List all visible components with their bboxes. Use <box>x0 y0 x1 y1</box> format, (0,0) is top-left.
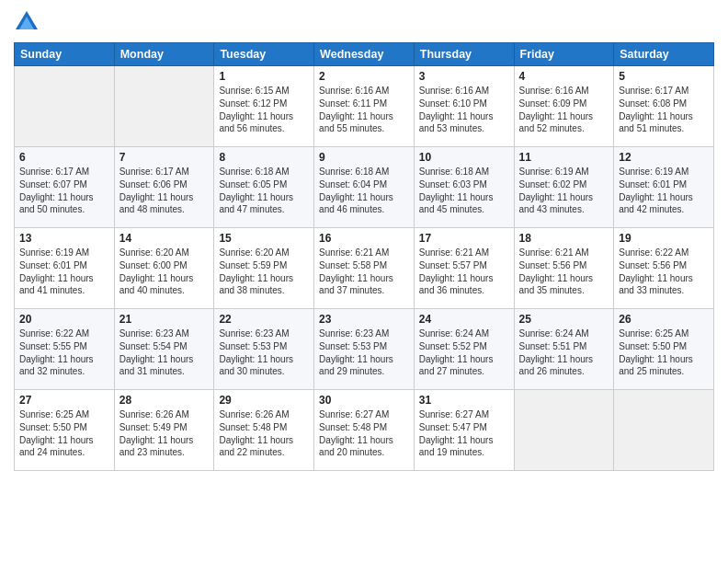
day-number: 12 <box>619 151 709 164</box>
day-number: 9 <box>319 151 409 164</box>
logo <box>14 9 43 35</box>
calendar-cell: 19Sunrise: 6:22 AM Sunset: 5:56 PM Dayli… <box>614 228 714 309</box>
calendar-cell: 14Sunrise: 6:20 AM Sunset: 6:00 PM Dayli… <box>114 228 214 309</box>
weekday-header-wednesday: Wednesday <box>314 43 415 66</box>
day-info: Sunrise: 6:17 AM Sunset: 6:08 PM Dayligh… <box>619 85 709 135</box>
day-number: 8 <box>219 151 309 164</box>
calendar-cell <box>514 390 614 471</box>
day-info: Sunrise: 6:16 AM Sunset: 6:10 PM Dayligh… <box>419 85 509 135</box>
calendar-cell: 26Sunrise: 6:25 AM Sunset: 5:50 PM Dayli… <box>614 309 714 390</box>
day-number: 25 <box>519 313 609 326</box>
calendar-table: SundayMondayTuesdayWednesdayThursdayFrid… <box>14 42 714 471</box>
day-info: Sunrise: 6:20 AM Sunset: 6:00 PM Dayligh… <box>119 247 210 297</box>
weekday-header-thursday: Thursday <box>414 43 514 66</box>
calendar-cell: 18Sunrise: 6:21 AM Sunset: 5:56 PM Dayli… <box>514 228 614 309</box>
day-info: Sunrise: 6:17 AM Sunset: 6:06 PM Dayligh… <box>119 166 210 216</box>
calendar-cell: 21Sunrise: 6:23 AM Sunset: 5:54 PM Dayli… <box>114 309 214 390</box>
day-number: 3 <box>419 70 509 83</box>
calendar-cell: 5Sunrise: 6:17 AM Sunset: 6:08 PM Daylig… <box>614 66 714 147</box>
day-info: Sunrise: 6:19 AM Sunset: 6:02 PM Dayligh… <box>519 166 609 216</box>
day-info: Sunrise: 6:19 AM Sunset: 6:01 PM Dayligh… <box>19 247 109 297</box>
day-info: Sunrise: 6:26 AM Sunset: 5:49 PM Dayligh… <box>119 408 210 459</box>
week-row-4: 20Sunrise: 6:22 AM Sunset: 5:55 PM Dayli… <box>15 309 714 390</box>
day-number: 31 <box>419 394 509 407</box>
calendar-cell: 13Sunrise: 6:19 AM Sunset: 6:01 PM Dayli… <box>15 228 115 309</box>
calendar-cell: 22Sunrise: 6:23 AM Sunset: 5:53 PM Dayli… <box>214 309 314 390</box>
page: SundayMondayTuesdayWednesdayThursdayFrid… <box>0 0 728 563</box>
day-info: Sunrise: 6:23 AM Sunset: 5:53 PM Dayligh… <box>219 327 309 378</box>
day-info: Sunrise: 6:22 AM Sunset: 5:55 PM Dayligh… <box>19 327 109 378</box>
day-info: Sunrise: 6:23 AM Sunset: 5:54 PM Dayligh… <box>119 327 210 378</box>
calendar-cell: 20Sunrise: 6:22 AM Sunset: 5:55 PM Dayli… <box>15 309 115 390</box>
day-number: 30 <box>319 394 409 407</box>
day-info: Sunrise: 6:16 AM Sunset: 6:11 PM Dayligh… <box>319 85 409 135</box>
week-row-2: 6Sunrise: 6:17 AM Sunset: 6:07 PM Daylig… <box>15 147 714 228</box>
day-info: Sunrise: 6:27 AM Sunset: 5:48 PM Dayligh… <box>319 408 409 459</box>
day-number: 17 <box>419 232 509 245</box>
calendar-cell: 29Sunrise: 6:26 AM Sunset: 5:48 PM Dayli… <box>214 390 314 471</box>
calendar-cell: 8Sunrise: 6:18 AM Sunset: 6:05 PM Daylig… <box>214 147 314 228</box>
calendar-cell <box>614 390 714 471</box>
calendar-cell: 25Sunrise: 6:24 AM Sunset: 5:51 PM Dayli… <box>514 309 614 390</box>
day-info: Sunrise: 6:19 AM Sunset: 6:01 PM Dayligh… <box>619 166 709 216</box>
day-info: Sunrise: 6:26 AM Sunset: 5:48 PM Dayligh… <box>219 408 309 459</box>
calendar-cell: 16Sunrise: 6:21 AM Sunset: 5:58 PM Dayli… <box>314 228 415 309</box>
day-info: Sunrise: 6:27 AM Sunset: 5:47 PM Dayligh… <box>419 408 509 459</box>
day-number: 1 <box>219 70 309 83</box>
week-row-1: 1Sunrise: 6:15 AM Sunset: 6:12 PM Daylig… <box>15 66 714 147</box>
day-number: 16 <box>319 232 409 245</box>
weekday-header-friday: Friday <box>514 43 614 66</box>
day-info: Sunrise: 6:24 AM Sunset: 5:51 PM Dayligh… <box>519 327 609 378</box>
day-number: 13 <box>19 232 109 245</box>
day-number: 11 <box>519 151 609 164</box>
calendar-cell: 12Sunrise: 6:19 AM Sunset: 6:01 PM Dayli… <box>614 147 714 228</box>
day-info: Sunrise: 6:18 AM Sunset: 6:03 PM Dayligh… <box>419 166 509 216</box>
day-info: Sunrise: 6:21 AM Sunset: 5:58 PM Dayligh… <box>319 247 409 297</box>
day-info: Sunrise: 6:16 AM Sunset: 6:09 PM Dayligh… <box>519 85 609 135</box>
day-info: Sunrise: 6:24 AM Sunset: 5:52 PM Dayligh… <box>419 327 509 378</box>
calendar-cell: 1Sunrise: 6:15 AM Sunset: 6:12 PM Daylig… <box>214 66 314 147</box>
day-info: Sunrise: 6:21 AM Sunset: 5:56 PM Dayligh… <box>519 247 609 297</box>
day-number: 19 <box>619 232 709 245</box>
day-number: 6 <box>19 151 109 164</box>
calendar-cell: 10Sunrise: 6:18 AM Sunset: 6:03 PM Dayli… <box>414 147 514 228</box>
calendar-cell: 3Sunrise: 6:16 AM Sunset: 6:10 PM Daylig… <box>414 66 514 147</box>
calendar-cell: 28Sunrise: 6:26 AM Sunset: 5:49 PM Dayli… <box>114 390 214 471</box>
weekday-header-monday: Monday <box>114 43 214 66</box>
day-number: 28 <box>119 394 210 407</box>
day-number: 10 <box>419 151 509 164</box>
calendar-cell: 7Sunrise: 6:17 AM Sunset: 6:06 PM Daylig… <box>114 147 214 228</box>
day-number: 7 <box>119 151 210 164</box>
calendar-cell: 30Sunrise: 6:27 AM Sunset: 5:48 PM Dayli… <box>314 390 415 471</box>
day-number: 2 <box>319 70 409 83</box>
day-info: Sunrise: 6:25 AM Sunset: 5:50 PM Dayligh… <box>19 408 109 459</box>
day-info: Sunrise: 6:18 AM Sunset: 6:05 PM Dayligh… <box>219 166 309 216</box>
calendar-cell: 4Sunrise: 6:16 AM Sunset: 6:09 PM Daylig… <box>514 66 614 147</box>
day-info: Sunrise: 6:20 AM Sunset: 5:59 PM Dayligh… <box>219 247 309 297</box>
calendar-cell <box>15 66 115 147</box>
day-info: Sunrise: 6:22 AM Sunset: 5:56 PM Dayligh… <box>619 247 709 297</box>
day-info: Sunrise: 6:23 AM Sunset: 5:53 PM Dayligh… <box>319 327 409 378</box>
weekday-header-tuesday: Tuesday <box>214 43 314 66</box>
day-number: 4 <box>519 70 609 83</box>
week-row-5: 27Sunrise: 6:25 AM Sunset: 5:50 PM Dayli… <box>15 390 714 471</box>
day-number: 23 <box>319 313 409 326</box>
day-number: 15 <box>219 232 309 245</box>
day-number: 14 <box>119 232 210 245</box>
day-info: Sunrise: 6:21 AM Sunset: 5:57 PM Dayligh… <box>419 247 509 297</box>
calendar-cell: 27Sunrise: 6:25 AM Sunset: 5:50 PM Dayli… <box>15 390 115 471</box>
header <box>14 9 714 35</box>
calendar-cell: 15Sunrise: 6:20 AM Sunset: 5:59 PM Dayli… <box>214 228 314 309</box>
day-number: 18 <box>519 232 609 245</box>
day-number: 27 <box>19 394 109 407</box>
week-row-3: 13Sunrise: 6:19 AM Sunset: 6:01 PM Dayli… <box>15 228 714 309</box>
day-number: 21 <box>119 313 210 326</box>
day-info: Sunrise: 6:15 AM Sunset: 6:12 PM Dayligh… <box>219 85 309 135</box>
weekday-header-sunday: Sunday <box>15 43 115 66</box>
weekday-header-saturday: Saturday <box>614 43 714 66</box>
calendar-cell: 2Sunrise: 6:16 AM Sunset: 6:11 PM Daylig… <box>314 66 415 147</box>
day-number: 29 <box>219 394 309 407</box>
calendar-cell <box>114 66 214 147</box>
day-number: 26 <box>619 313 709 326</box>
day-number: 24 <box>419 313 509 326</box>
